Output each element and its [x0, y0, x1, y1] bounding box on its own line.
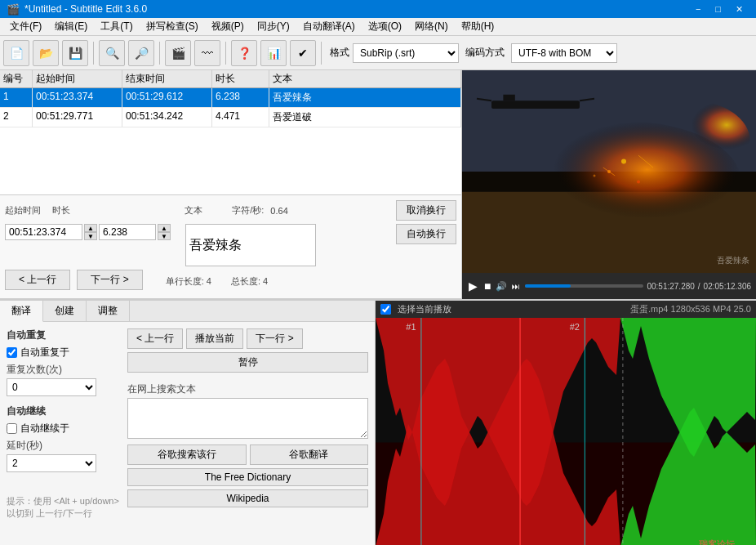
- repeat-count-label: 重复次数(次): [7, 363, 121, 377]
- tab-create[interactable]: 创建: [43, 301, 87, 321]
- auto-continue-check-label: 自动继续于: [20, 422, 69, 436]
- table-row[interactable]: 2 00:51:29.771 00:51:34.242 4.471 吾爱道破: [0, 108, 461, 127]
- cell-end: 00:51:34.242: [122, 108, 212, 127]
- svg-point-11: [621, 159, 626, 164]
- start-time-label: 起始时间: [5, 204, 46, 217]
- current-time: 00:51:27.280: [647, 282, 694, 291]
- app-title: *Untitled - Subtitle Edit 3.6.0: [24, 3, 147, 15]
- tab-translate[interactable]: 翻译: [0, 301, 43, 322]
- header-duration: 时长: [212, 70, 269, 87]
- stop-button[interactable]: ■: [483, 278, 492, 294]
- play-check-button[interactable]: ✔: [290, 40, 316, 66]
- menu-autotranslate[interactable]: 自动翻译(A): [296, 18, 362, 35]
- title-bar-left: 🎬 *Untitled - Subtitle Edit 3.6.0: [7, 3, 147, 16]
- find-button[interactable]: 🔍: [99, 40, 125, 66]
- help-button[interactable]: ❓: [231, 40, 257, 66]
- prev-line-button[interactable]: < 上一行: [5, 270, 70, 290]
- cell-end: 00:51:29.612: [122, 88, 212, 108]
- menu-file[interactable]: 文件(F): [3, 18, 48, 35]
- duration-down[interactable]: ▼: [158, 232, 171, 240]
- new-button[interactable]: 📄: [3, 40, 29, 66]
- table-row[interactable]: 1 00:51:23.374 00:51:29.612 6.238 吾爱辣条: [0, 88, 461, 108]
- search-input[interactable]: [127, 398, 368, 439]
- video-frame: 吾爱辣条: [462, 70, 756, 273]
- next-line-btn[interactable]: 下一行 >: [247, 328, 302, 349]
- menu-help[interactable]: 帮助(H): [455, 18, 501, 35]
- waveform-area[interactable]: /* waveform rendered below */: [376, 318, 756, 545]
- menu-options[interactable]: 选项(O): [362, 18, 408, 35]
- maximize-button[interactable]: □: [709, 2, 727, 16]
- text-editor[interactable]: 吾爱辣条: [185, 224, 316, 266]
- header-start: 起始时间: [33, 70, 122, 87]
- prev-line-btn[interactable]: < 上一行: [127, 328, 183, 349]
- video-overlay-text: 吾爱辣条: [717, 255, 749, 266]
- total-length: 总长度: 4: [231, 275, 268, 288]
- header-text: 文本: [269, 70, 461, 87]
- free-dictionary-button[interactable]: The Free Dictionary: [127, 468, 368, 486]
- chart-button[interactable]: 📊: [260, 40, 287, 66]
- menu-network[interactable]: 网络(N): [408, 18, 455, 35]
- close-button[interactable]: ✕: [729, 2, 749, 16]
- google-translate-button[interactable]: 谷歌翻译: [250, 444, 369, 465]
- toolbar: 📄 📂 💾 🔍 🔎 🎬 〰 ❓ 📊 ✔ 格式 SubRip (.srt) 编码方…: [0, 36, 756, 70]
- encoding-select[interactable]: UTF-8 with BOM: [511, 43, 617, 63]
- format-select[interactable]: SubRip (.srt): [353, 43, 459, 63]
- svg-point-13: [594, 174, 596, 176]
- video-button[interactable]: 🎬: [165, 40, 191, 66]
- single-length: 单行长度: 4: [166, 275, 211, 288]
- open-button[interactable]: 📂: [33, 40, 59, 66]
- start-time-up[interactable]: ▲: [84, 224, 97, 232]
- char-per-sec-label: 字符/秒:: [232, 204, 264, 217]
- waveform-button[interactable]: 〰: [194, 40, 220, 66]
- start-time-input[interactable]: [5, 224, 82, 240]
- nav-btn-group: < 上一行 播放当前 下一行 >: [127, 328, 368, 349]
- google-search-button[interactable]: 谷歌搜索该行: [127, 444, 247, 465]
- play-button[interactable]: ▶: [467, 278, 479, 294]
- cell-id: 1: [0, 88, 33, 108]
- edit-row-2: ▲ ▼ ▲ ▼ 吾爱辣条 自动换行: [5, 224, 456, 266]
- wikipedia-button[interactable]: Wikipedia: [127, 489, 368, 507]
- format-label: 格式: [330, 46, 349, 60]
- pause-button[interactable]: 暂停: [127, 352, 368, 373]
- subtitle-area: 编号 起始时间 结束时间 时长 文本 1 00:51:23.374 00:51:…: [0, 70, 462, 299]
- findreplace-button[interactable]: 🔎: [128, 40, 154, 66]
- tab-adjust[interactable]: 调整: [87, 301, 130, 321]
- auto-continue-checkbox[interactable]: [7, 423, 17, 434]
- repeat-count-select[interactable]: 0 1 2 3: [7, 378, 96, 396]
- start-time-down[interactable]: ▼: [84, 232, 97, 240]
- menu-bar: 文件(F) 编辑(E) 工具(T) 拼写检查(S) 视频(P) 同步(Y) 自动…: [0, 18, 756, 36]
- duration-input[interactable]: [99, 224, 156, 240]
- total-time: 02:05:12.306: [704, 282, 751, 291]
- menu-spellcheck[interactable]: 拼写检查(S): [140, 18, 205, 35]
- video-scene: 吾爱辣条: [462, 70, 756, 273]
- cell-duration: 6.238: [212, 88, 269, 108]
- separator-4: [321, 42, 322, 65]
- save-button[interactable]: 💾: [62, 40, 88, 66]
- menu-edit[interactable]: 编辑(E): [48, 18, 94, 35]
- next-line-button[interactable]: 下一行 >: [77, 270, 142, 290]
- play-selection-checkbox[interactable]: [380, 304, 391, 315]
- auto-repeat-checkbox[interactable]: [7, 347, 17, 358]
- start-time-spinner: ▲ ▼: [84, 224, 97, 240]
- encoding-label: 编码方式: [465, 46, 505, 60]
- progress-fill: [525, 284, 570, 288]
- video-panel: 吾爱辣条 ▶ ■ 🔊 ⏭ 00:51:27.280 / 02:05:12.306: [462, 70, 756, 299]
- tabs: 翻译 创建 调整: [0, 301, 375, 322]
- delay-select[interactable]: 2 1 3 5: [7, 454, 96, 472]
- menu-tools[interactable]: 工具(T): [94, 18, 139, 35]
- edit-area: 起始时间 时长 文本 字符/秒: 0.64 取消换行 ▲ ▼: [0, 195, 461, 299]
- duration-up[interactable]: ▲: [158, 224, 171, 232]
- minimize-button[interactable]: −: [689, 2, 707, 16]
- hint-text: 提示：使用 <Alt + up/down> 以切到 上一行/下一行: [7, 495, 121, 520]
- menu-sync[interactable]: 同步(Y): [251, 18, 296, 35]
- play-current-btn[interactable]: 播放当前: [186, 328, 243, 349]
- window-controls: − □ ✕: [689, 2, 749, 16]
- auto-repeat-check-label: 自动重复于: [20, 346, 69, 360]
- header-end: 结束时间: [122, 70, 212, 87]
- separator-1: [93, 42, 94, 65]
- progress-bar[interactable]: [525, 284, 643, 288]
- cancel-wrap-button[interactable]: 取消换行: [396, 200, 456, 221]
- next-frame-button[interactable]: ⏭: [510, 280, 522, 293]
- auto-wrap-button[interactable]: 自动换行: [396, 224, 456, 244]
- menu-video[interactable]: 视频(P): [205, 18, 251, 35]
